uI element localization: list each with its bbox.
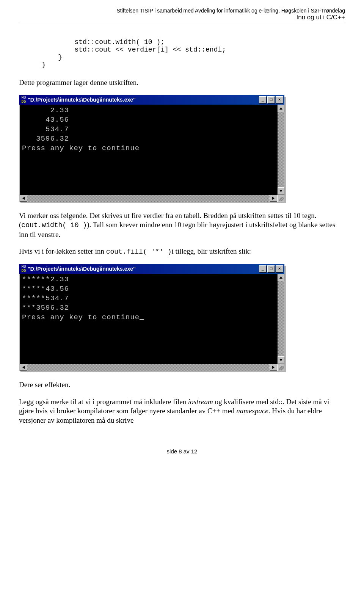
scroll-track-h[interactable] <box>27 364 270 371</box>
titlebar: MSD5 "D:\Projects\innuteks\Debug\innutek… <box>19 264 284 274</box>
paragraph-2: Vi merker oss følgende. Det skrives ut f… <box>19 211 345 240</box>
minimize-button[interactable]: _ <box>259 96 267 103</box>
scroll-right-icon[interactable] <box>270 195 277 202</box>
paragraph-5: Legg også merke til at vi i programmet m… <box>19 397 345 425</box>
vertical-scrollbar[interactable] <box>278 105 284 195</box>
horizontal-scrollbar[interactable] <box>19 195 277 202</box>
svg-marker-3 <box>272 197 275 200</box>
scroll-track[interactable] <box>278 281 284 356</box>
maximize-button[interactable]: □ <box>267 265 275 273</box>
italic-text: iostream <box>188 398 213 406</box>
text: i tillegg, blir utskriften slik: <box>172 247 251 255</box>
vertical-scrollbar[interactable] <box>278 274 284 364</box>
scroll-up-icon[interactable] <box>278 105 284 112</box>
horizontal-scrollbar[interactable] <box>19 364 277 371</box>
scroll-left-icon[interactable] <box>20 195 27 202</box>
svg-marker-4 <box>279 276 282 279</box>
resize-grip-icon[interactable] <box>277 364 284 371</box>
header-divider <box>19 23 345 23</box>
scroll-down-icon[interactable] <box>278 356 284 364</box>
close-button[interactable]: × <box>276 96 283 103</box>
window-title: "D:\Projects\innuteks\Debug\innuteks.exe… <box>28 264 259 274</box>
msdos-icon: MSD5 <box>19 95 28 105</box>
code-snippet: std::cout.width( 10 ); std::cout << verd… <box>19 38 345 69</box>
text: Legg også merke til at vi i programmet m… <box>19 398 188 406</box>
page-number: side 8 av 12 <box>19 448 345 455</box>
inline-code: cout.fill( '*' ) <box>106 248 172 256</box>
svg-marker-5 <box>279 359 282 361</box>
paragraph-3: Hvis vi i for-løkken setter inn cout.fil… <box>19 247 345 256</box>
paragraph-1: Dette programmer lager denne utskriften. <box>19 78 345 88</box>
header-org: Stiftelsen TISIP i samarbeid med Avdelin… <box>19 8 345 14</box>
titlebar: MSD5 "D:\Projects\innuteks\Debug\innutek… <box>19 95 284 105</box>
console-window-2: MSD5 "D:\Projects\innuteks\Debug\innutek… <box>19 264 284 371</box>
svg-marker-0 <box>279 107 282 110</box>
text: Hvis vi i for-løkken setter inn <box>19 247 106 255</box>
scroll-up-icon[interactable] <box>278 274 284 281</box>
maximize-button[interactable]: □ <box>267 96 275 103</box>
scroll-left-icon[interactable] <box>20 364 27 371</box>
window-title: "D:\Projects\innuteks\Debug\innuteks.exe… <box>28 95 259 105</box>
scroll-track[interactable] <box>278 112 284 187</box>
msdos-icon: MSD5 <box>19 264 28 274</box>
paragraph-4: Dere ser effekten. <box>19 380 345 390</box>
console-output: ******2.33 *****43.56 *****534.7 ***3596… <box>19 274 278 364</box>
svg-marker-6 <box>22 366 25 369</box>
text-cursor <box>140 319 144 320</box>
inline-code: cout.width( 10 ) <box>21 221 87 229</box>
italic-text: namespace <box>236 407 268 415</box>
scroll-right-icon[interactable] <box>270 364 277 371</box>
close-button[interactable]: × <box>276 265 283 273</box>
minimize-button[interactable]: _ <box>259 265 267 273</box>
scroll-track-h[interactable] <box>27 195 270 202</box>
svg-marker-1 <box>279 190 282 192</box>
header-title: Inn og ut i C/C++ <box>19 14 345 21</box>
resize-grip-icon[interactable] <box>277 195 284 202</box>
scroll-down-icon[interactable] <box>278 187 284 195</box>
svg-marker-7 <box>272 366 275 369</box>
console-window-1: MSD5 "D:\Projects\innuteks\Debug\innutek… <box>19 95 284 202</box>
svg-marker-2 <box>22 197 25 200</box>
console-output: 2.33 43.56 534.7 3596.32 Press any key t… <box>19 105 278 195</box>
